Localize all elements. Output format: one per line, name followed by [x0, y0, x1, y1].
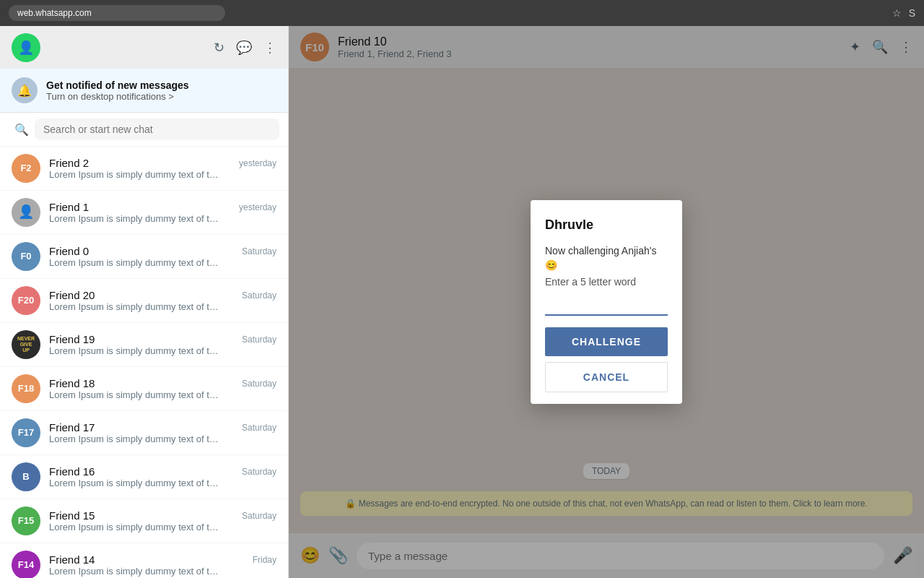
chat-time: Saturday: [242, 246, 276, 256]
chat-info: Friend 15 Saturday Lorem Ipsum is simply…: [49, 509, 276, 532]
chat-top: Friend 2 yesterday: [49, 157, 276, 169]
new-chat-icon[interactable]: 💬: [236, 40, 252, 56]
modal-subdesc: Enter a 5 letter word: [545, 276, 668, 288]
chat-time: Saturday: [242, 511, 276, 521]
sidebar: 👤 ↻ 💬 ⋮ 🔔 Get notified of new messages T…: [0, 26, 289, 578]
challenge-button[interactable]: CHALLENGE: [545, 327, 668, 356]
chat-info: Friend 2 yesterday Lorem Ipsum is simply…: [49, 157, 276, 180]
chat-time: Saturday: [242, 335, 276, 345]
chat-info: Friend 0 Saturday Lorem Ipsum is simply …: [49, 245, 276, 268]
chat-list: F2 Friend 2 yesterday Lorem Ipsum is sim…: [0, 147, 288, 578]
chat-top: Friend 1 yesterday: [49, 201, 276, 213]
chat-avatar: F20: [12, 286, 40, 315]
word-input[interactable]: [545, 296, 668, 316]
chat-top: Friend 19 Saturday: [49, 333, 276, 345]
chat-name: Friend 18: [49, 377, 95, 389]
chat-top: Friend 20 Saturday: [49, 289, 276, 301]
chat-avatar: F15: [12, 506, 40, 535]
chat-top: Friend 14 Friday: [49, 553, 276, 566]
chat-list-item[interactable]: F17 Friend 17 Saturday Lorem Ipsum is si…: [0, 411, 288, 455]
chat-list-item[interactable]: F0 Friend 0 Saturday Lorem Ipsum is simp…: [0, 235, 288, 279]
chat-list-item[interactable]: F18 Friend 18 Saturday Lorem Ipsum is si…: [0, 367, 288, 411]
menu-icon[interactable]: ⋮: [263, 40, 276, 56]
chat-time: Saturday: [242, 290, 276, 301]
sidebar-header-icons: ↻ 💬 ⋮: [214, 40, 276, 56]
chat-time: Saturday: [242, 423, 276, 433]
chat-info: Friend 1 yesterday Lorem Ipsum is simply…: [49, 201, 276, 224]
chat-preview: Lorem Ipsum is simply dummy text of the …: [49, 566, 222, 577]
chat-name: Friend 1: [49, 201, 89, 213]
chat-time: Friday: [253, 555, 276, 565]
chat-info: Friend 20 Saturday Lorem Ipsum is simply…: [49, 289, 276, 312]
chat-list-item[interactable]: B Friend 16 Saturday Lorem Ipsum is simp…: [0, 455, 288, 499]
chat-list-item[interactable]: 👤 Friend 1 yesterday Lorem Ipsum is simp…: [0, 191, 288, 235]
chat-avatar: B: [12, 462, 40, 491]
notification-subtitle[interactable]: Turn on desktop notifications >: [46, 91, 189, 102]
challenge-modal: Dhruvle Now challenging Anjiah's 😊 Enter…: [531, 200, 682, 403]
chat-time: Saturday: [242, 379, 276, 389]
chat-avatar: F14: [12, 551, 40, 578]
notification-bell-icon: 🔔: [12, 77, 38, 103]
app-container: 👤 ↻ 💬 ⋮ 🔔 Get notified of new messages T…: [0, 26, 924, 578]
chat-name: Friend 2: [49, 157, 89, 169]
main-chat: F10 Friend 10 Friend 1, Friend 2, Friend…: [289, 26, 924, 578]
notification-banner[interactable]: 🔔 Get notified of new messages Turn on d…: [0, 69, 288, 113]
chat-preview: Lorem Ipsum is simply dummy text of the …: [49, 345, 222, 356]
chat-list-item[interactable]: F2 Friend 2 yesterday Lorem Ipsum is sim…: [0, 147, 288, 191]
chat-name: Friend 17: [49, 421, 95, 434]
chat-preview: Lorem Ipsum is simply dummy text of the …: [49, 257, 222, 268]
chat-list-item[interactable]: F15 Friend 15 Saturday Lorem Ipsum is si…: [0, 499, 288, 543]
chat-info: Friend 18 Saturday Lorem Ipsum is simply…: [49, 377, 276, 400]
notification-title: Get notified of new messages: [46, 79, 189, 91]
chat-time: Saturday: [242, 467, 276, 477]
profile-icon[interactable]: S: [909, 7, 915, 19]
browser-icons: ☆ S: [892, 7, 915, 19]
sidebar-header: 👤 ↻ 💬 ⋮: [0, 26, 288, 69]
chat-preview: Lorem Ipsum is simply dummy text of the …: [49, 478, 222, 488]
chat-avatar: NEVER GIVE UP: [12, 330, 40, 359]
chat-avatar: F18: [12, 374, 40, 403]
chat-name: Friend 0: [49, 245, 89, 257]
modal-overlay: Dhruvle Now challenging Anjiah's 😊 Enter…: [289, 26, 924, 578]
chat-avatar: F2: [12, 154, 40, 183]
chat-name: Friend 16: [49, 465, 95, 478]
chat-top: Friend 18 Saturday: [49, 377, 276, 389]
chat-preview: Lorem Ipsum is simply dummy text of the …: [49, 434, 222, 444]
chat-preview: Lorem Ipsum is simply dummy text of the …: [49, 522, 222, 532]
my-avatar[interactable]: 👤: [12, 33, 40, 62]
chat-name: Friend 15: [49, 509, 95, 522]
modal-desc: Now challenging Anjiah's 😊: [545, 244, 668, 272]
modal-title: Dhruvle: [545, 217, 668, 233]
chat-top: Friend 16 Saturday: [49, 465, 276, 478]
chat-info: Friend 16 Saturday Lorem Ipsum is simply…: [49, 465, 276, 488]
chat-top: Friend 0 Saturday: [49, 245, 276, 257]
chat-list-item[interactable]: F20 Friend 20 Saturday Lorem Ipsum is si…: [0, 279, 288, 323]
chat-time: yesterday: [239, 202, 276, 212]
chat-info: Friend 19 Saturday Lorem Ipsum is simply…: [49, 333, 276, 356]
chat-time: yesterday: [239, 158, 276, 168]
search-input[interactable]: [35, 118, 279, 140]
search-icon: 🔍: [14, 123, 29, 137]
notification-text: Get notified of new messages Turn on des…: [46, 79, 189, 102]
chat-name: Friend 20: [49, 289, 95, 301]
url-bar[interactable]: web.whatsapp.com: [9, 5, 225, 21]
chat-preview: Lorem Ipsum is simply dummy text of the …: [49, 213, 222, 224]
chat-avatar: F0: [12, 242, 40, 271]
chat-info: Friend 17 Saturday Lorem Ipsum is simply…: [49, 421, 276, 444]
browser-chrome: web.whatsapp.com ☆ S: [0, 0, 924, 26]
chat-list-item[interactable]: NEVER GIVE UP Friend 19 Saturday Lorem I…: [0, 323, 288, 367]
chat-avatar: 👤: [12, 198, 40, 227]
chat-name: Friend 19: [49, 333, 95, 345]
chat-preview: Lorem Ipsum is simply dummy text of the …: [49, 389, 222, 400]
cancel-button[interactable]: CANCEL: [545, 362, 668, 392]
chat-avatar: F17: [12, 418, 40, 447]
chat-top: Friend 17 Saturday: [49, 421, 276, 434]
chat-preview: Lorem Ipsum is simply dummy text of the …: [49, 169, 222, 180]
chat-info: Friend 14 Friday Lorem Ipsum is simply d…: [49, 553, 276, 577]
refresh-icon[interactable]: ↻: [214, 40, 225, 56]
search-bar: 🔍: [0, 113, 288, 147]
chat-preview: Lorem Ipsum is simply dummy text of the …: [49, 301, 222, 312]
bookmark-icon[interactable]: ☆: [892, 7, 902, 19]
chat-list-item[interactable]: F14 Friend 14 Friday Lorem Ipsum is simp…: [0, 543, 288, 578]
chat-top: Friend 15 Saturday: [49, 509, 276, 522]
